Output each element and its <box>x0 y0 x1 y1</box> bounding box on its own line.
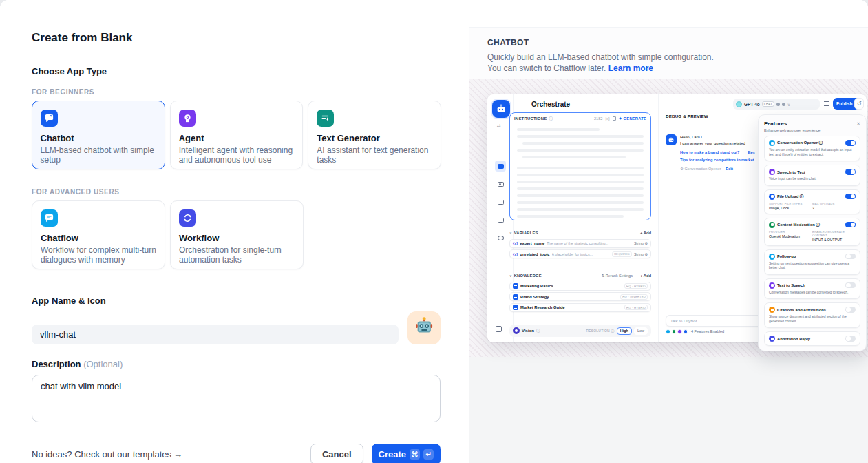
card-title: Workflow <box>179 233 295 243</box>
nav-document-icon <box>495 196 506 207</box>
edit-link: Edit <box>726 167 733 171</box>
knowledge-heading: KNOWLEDGE <box>514 274 542 278</box>
learn-more-link[interactable]: Learn more <box>608 63 653 73</box>
mini-app-robot-icon <box>492 100 510 118</box>
rerank-settings-button: ⇅ Rerank Settings <box>602 274 633 278</box>
arrow-right-icon: → <box>173 449 182 460</box>
app-type-card-agent[interactable]: Agent Intelligent agent with reasoning a… <box>170 101 304 169</box>
features-subtitle: Enhance web app user experience <box>764 128 860 132</box>
suggestion-link: Tips for analyzing competitors in market <box>680 158 755 162</box>
feature-item: File Upload ⓘ SUPPORT FILE TYPESImage, D… <box>764 189 860 214</box>
preview-footer-area <box>469 357 868 463</box>
suggestion-link: How to make a brand stand out?Bes <box>680 150 755 154</box>
app-type-card-chatflow[interactable]: Chatflow Workflow for complex multi-turn… <box>32 200 165 269</box>
description-label: Description (Optional) <box>32 359 441 369</box>
nav-prompt-icon <box>495 161 506 172</box>
preview-panel: CHATBOT Quickly build an LLM-based chatb… <box>469 0 868 463</box>
preview-description: Quickly build an LLM-based chatbot with … <box>487 52 725 74</box>
text-to-speech-icon <box>769 282 775 289</box>
knowledge-row: Market Research Guide HQ · HYBRID <box>509 303 651 312</box>
toggle-on <box>845 169 856 175</box>
copy-icon <box>613 116 616 121</box>
feature-item: Text to Speech Conversation messages can… <box>764 278 860 300</box>
speech-to-text-icon <box>769 169 775 175</box>
toggle-off <box>845 336 856 342</box>
variable-icon: {x} <box>605 116 609 121</box>
info-icon: ⓘ <box>549 116 553 121</box>
cmd-key-icon: ⌘ <box>410 449 420 460</box>
app-type-card-chatbot[interactable]: Chatbot LLM-based chatbot with simple se… <box>32 101 165 169</box>
chatbot-icon <box>41 110 58 127</box>
app-type-card-workflow[interactable]: Workflow Orchestration for single-turn a… <box>170 200 304 269</box>
sidebar-bottom-icon <box>496 326 502 332</box>
bot-avatar <box>666 134 677 145</box>
chatflow-icon <box>41 209 58 227</box>
create-button[interactable]: Create ⌘ ↵ <box>372 444 441 463</box>
feature-item: Speech to Text Voice input can be used i… <box>764 165 860 186</box>
instructions-label: INSTRUCTIONS <box>514 116 547 121</box>
beginner-cards: Chatbot LLM-based chatbot with simple se… <box>32 101 441 169</box>
features-enabled-chips: 4 Features Enabled <box>666 329 724 334</box>
feature-item: Follow-up Setting up next questions sugg… <box>764 249 860 275</box>
instructions-panel: INSTRUCTIONS ⓘ 2182 {x} ✦ GENERATE <box>509 112 651 220</box>
variable-row: {x} expert_name The name of the strategi… <box>509 239 651 248</box>
app-name-label: App Name & Icon <box>32 296 441 306</box>
description-textarea[interactable]: chat with vllm model <box>32 375 441 422</box>
cancel-button[interactable]: Cancel <box>310 444 363 463</box>
knowledge-section: ∨ KNOWLEDGE ⇅ Rerank Settings + Add Mark… <box>509 271 651 312</box>
features-panel: Features ✕ Enhance web app user experien… <box>758 114 867 351</box>
toggle-off <box>845 254 856 260</box>
app-type-card-text-generator[interactable]: Text Generator AI assistant for text gen… <box>308 101 441 169</box>
orchestrate-title: Orchestrate <box>531 101 570 108</box>
card-title: Text Generator <box>317 133 432 143</box>
nav-notes-icon <box>495 214 506 225</box>
gear-icon: ⚙ <box>680 167 684 171</box>
bot-message: Hello, I am L. I can answer your questio… <box>680 134 755 147</box>
create-button-label: Create <box>379 449 406 460</box>
app-icon-picker[interactable] <box>407 311 441 344</box>
variables-heading: VARIABLES <box>514 231 538 235</box>
preview-top-strip <box>469 0 868 28</box>
follow-up-icon <box>769 254 775 260</box>
toggle-on <box>845 194 856 200</box>
nav-image-icon <box>495 178 506 189</box>
templates-link[interactable]: No ideas? Check out our templates→ <box>32 449 182 460</box>
app-name-input[interactable] <box>32 325 399 344</box>
sidebar-collapse-icon: ⇄ <box>497 123 501 129</box>
vision-row: Vision ⓘ RESOLUTION ⓘ High Low <box>509 325 651 337</box>
advanced-cards: Chatflow Workflow for complex multi-turn… <box>32 200 441 269</box>
card-desc: Intelligent agent with reasoning and aut… <box>179 145 295 165</box>
for-beginners-label: FOR BEGINNERS <box>32 88 441 96</box>
close-icon: ✕ <box>856 121 860 127</box>
card-desc: Workflow for complex multi-turn dialogue… <box>41 245 156 265</box>
preview-heading: CHATBOT <box>487 38 868 48</box>
feature-item: Conversation Opener ⓘ You are an entity … <box>764 136 860 161</box>
annotation-reply-icon <box>769 336 775 342</box>
toggle-on <box>845 222 856 228</box>
resolution-high-chip: High <box>617 327 632 335</box>
dataset-icon <box>513 305 518 310</box>
text-generator-icon <box>317 110 334 127</box>
variable-row: {x} unrelated_topic A placeholder for to… <box>509 249 651 258</box>
feature-item: Citations and Attributions Show source d… <box>764 302 860 328</box>
card-title: Agent <box>179 133 295 143</box>
conversation-opener-row: ⚙ Conversation Opener Edit <box>680 167 755 171</box>
create-app-modal: Create from Blank Choose App Type FOR BE… <box>0 0 868 463</box>
toggle-off <box>845 282 856 289</box>
card-desc: Orchestration for single-turn automation… <box>179 245 295 265</box>
nav-globe-icon <box>495 232 506 243</box>
debug-heading: DEBUG & PREVIEW <box>666 114 708 119</box>
knowledge-row: Brand Strategy HQ · INVERTED <box>509 292 651 301</box>
content-moderation-icon <box>769 222 775 228</box>
feature-item: Annotation Reply <box>764 331 860 346</box>
card-desc: LLM-based chatbot with simple setup <box>41 145 157 165</box>
card-desc: AI assistant for text generation tasks <box>317 145 432 165</box>
char-count: 2182 <box>594 116 602 121</box>
card-title: Chatbot <box>41 133 157 143</box>
enter-key-icon: ↵ <box>423 449 434 460</box>
variables-section: ∨ VARIABLES + Add {x} expert_name The na… <box>509 228 651 258</box>
for-advanced-label: FOR ADVANCED USERS <box>32 188 441 196</box>
robot-emoji-icon <box>414 316 434 340</box>
agent-icon <box>179 110 196 127</box>
toggle-on <box>845 140 856 146</box>
